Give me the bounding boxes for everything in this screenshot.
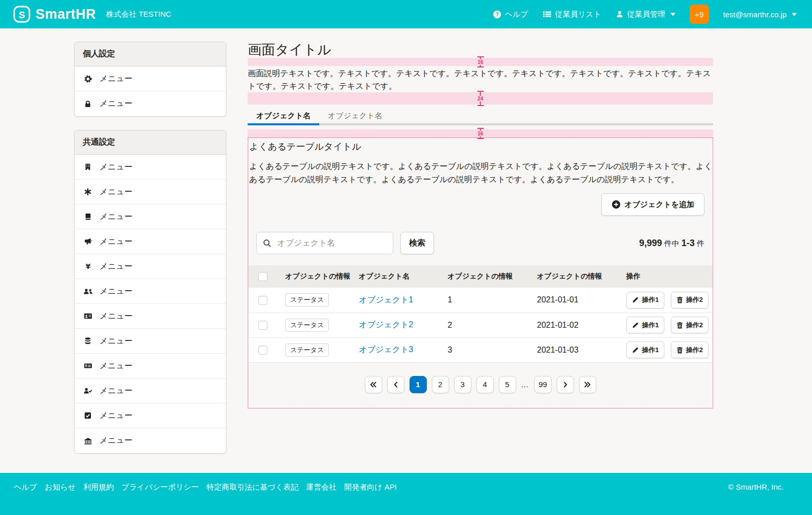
delete-button[interactable]: 操作2: [671, 341, 708, 358]
page-description: 画面説明テキストです。テキストです。テキストです。テキストです。テキストです。テ…: [248, 67, 713, 92]
row-checkbox[interactable]: [258, 321, 267, 330]
row-checkbox[interactable]: [258, 346, 267, 355]
nav-employee-admin-label: 従業員管理: [627, 10, 665, 19]
search-button[interactable]: 検索: [400, 232, 434, 254]
tab-bar: オブジェクト名 オブジェクト名: [248, 108, 713, 125]
nav-employee-admin[interactable]: 従業員管理: [616, 10, 675, 19]
users-icon: [83, 287, 93, 295]
help-circle-icon: ?: [493, 10, 501, 19]
trash-icon: [676, 296, 683, 303]
megaphone-icon: [83, 237, 93, 246]
sidebar-item-yen[interactable]: ¥ メニュー: [75, 254, 226, 279]
search-input[interactable]: [276, 238, 387, 248]
sidebar-item-label: メニュー: [99, 286, 132, 297]
next-page-button[interactable]: [557, 376, 574, 393]
sidebar-item-money-check[interactable]: $ メニュー: [75, 354, 226, 379]
sidebar-item-database[interactable]: メニュー: [75, 329, 226, 354]
sidebar-item-lock[interactable]: メニュー: [75, 91, 226, 116]
page-button-4[interactable]: 4: [477, 376, 494, 393]
user-icon: [616, 10, 624, 18]
spacing-annotation-16: 16: [248, 58, 713, 66]
sidebar-item-user-check[interactable]: メニュー: [75, 379, 226, 403]
footer-link-news[interactable]: お知らせ: [45, 483, 76, 492]
sidebar-item-gear[interactable]: メニュー: [75, 66, 226, 91]
footer-link-terms[interactable]: 利用規約: [83, 483, 114, 492]
pagination: 1 2 3 4 5 … 99: [248, 376, 713, 393]
table-row: ステータス オブジェクト2 2 2021-01-02 操作1 操作2: [248, 313, 713, 337]
prev-page-button[interactable]: [387, 376, 404, 393]
nav-employee-list-label: 従業員リスト: [555, 10, 601, 19]
notification-badge[interactable]: +9: [690, 5, 709, 24]
brand-name[interactable]: SmartHR: [36, 7, 96, 22]
last-page-button[interactable]: [579, 376, 596, 393]
footer-link-developer-api[interactable]: 開発者向け API: [344, 483, 397, 492]
column-header: オブジェクトの情報: [529, 265, 618, 288]
status-badge: ステータス: [285, 319, 329, 332]
sidebar-section-title: 共通設定: [75, 130, 226, 155]
footer-link-privacy[interactable]: プライバシーポリシー: [121, 483, 199, 492]
sidebar-item-label: メニュー: [99, 162, 132, 173]
double-chevron-right-icon: [584, 381, 591, 388]
page-button-2[interactable]: 2: [432, 376, 449, 393]
nav-help[interactable]: ? ヘルプ: [493, 10, 528, 19]
sidebar-item-building[interactable]: メニュー: [75, 155, 226, 180]
spacing-value: 24: [478, 96, 483, 101]
table-row: ステータス オブジェクト1 1 2021-01-01 操作1 操作2: [248, 288, 713, 313]
nav-help-label: ヘルプ: [505, 10, 528, 19]
edit-button[interactable]: 操作1: [626, 292, 664, 308]
object-table: オブジェクトの情報 オブジェクト名 オブジェクトの情報 オブジェクトの情報 操作…: [248, 265, 713, 363]
object-date: 2021-01-02: [529, 313, 618, 337]
delete-button[interactable]: 操作2: [671, 317, 708, 333]
page-button-99[interactable]: 99: [534, 376, 552, 393]
object-link[interactable]: オブジェクト1: [359, 295, 413, 304]
page-button-1[interactable]: 1: [410, 376, 427, 393]
tab-object-1[interactable]: オブジェクト名: [248, 108, 319, 125]
sidebar-item-bank[interactable]: メニュー: [75, 428, 226, 453]
object-link[interactable]: オブジェクト3: [359, 345, 413, 354]
pencil-icon: [632, 322, 639, 329]
first-page-button[interactable]: [365, 376, 382, 393]
select-all-checkbox[interactable]: [258, 272, 267, 281]
nav-employee-list[interactable]: 従業員リスト: [543, 10, 601, 19]
sidebar-section-personal: 個人設定 メニュー メニュー: [74, 42, 226, 117]
edit-button[interactable]: 操作1: [626, 341, 664, 358]
money-check-icon: $: [83, 362, 93, 370]
sidebar-item-book[interactable]: メニュー: [75, 204, 226, 229]
sidebar-item-label: メニュー: [99, 187, 132, 197]
footer-link-help[interactable]: ヘルプ: [14, 483, 37, 492]
add-object-label: オブジェクトを追加: [625, 200, 694, 210]
column-header: 操作: [618, 265, 713, 288]
pagination-ellipsis: …: [521, 380, 529, 389]
sidebar-item-megaphone[interactable]: メニュー: [75, 229, 226, 254]
account-menu[interactable]: test@smarthr.co.jp: [723, 10, 797, 19]
trash-icon: [676, 347, 683, 354]
edit-button[interactable]: 操作1: [626, 317, 664, 333]
add-row: オブジェクトを追加: [248, 193, 713, 216]
bank-icon: [83, 437, 93, 445]
tab-object-2[interactable]: オブジェクト名: [319, 108, 391, 125]
spacing-value: 16: [478, 131, 483, 136]
footer-link-company[interactable]: 運営会社: [306, 483, 336, 492]
trash-icon: [676, 322, 683, 329]
svg-text:¥: ¥: [85, 262, 90, 270]
sidebar-item-asterisk[interactable]: メニュー: [75, 180, 226, 204]
object-date: 2021-01-01: [529, 288, 618, 313]
page-button-5[interactable]: 5: [499, 376, 516, 393]
search-box: [256, 232, 393, 254]
delete-button[interactable]: 操作2: [671, 292, 708, 308]
row-checkbox[interactable]: [258, 296, 267, 305]
add-object-button[interactable]: オブジェクトを追加: [601, 193, 704, 216]
smarthr-logo-icon[interactable]: S: [13, 6, 30, 23]
footer-link-commerce-law[interactable]: 特定商取引法に基づく表記: [207, 483, 298, 492]
sidebar-item-check-square[interactable]: メニュー: [75, 403, 226, 428]
status-badge: ステータス: [285, 344, 329, 357]
column-header: オブジェクト名: [351, 265, 439, 288]
sidebar-item-id-card[interactable]: メニュー: [75, 304, 226, 329]
sidebar-item-users[interactable]: メニュー: [75, 279, 226, 304]
brand: S SmartHR 株式会社 TESTINC: [13, 6, 171, 23]
object-link[interactable]: オブジェクト2: [359, 320, 413, 329]
sidebar-item-label: メニュー: [99, 261, 132, 272]
sidebar-item-label: メニュー: [99, 410, 132, 421]
page-button-3[interactable]: 3: [454, 376, 471, 393]
sidebar-item-label: メニュー: [99, 98, 132, 109]
